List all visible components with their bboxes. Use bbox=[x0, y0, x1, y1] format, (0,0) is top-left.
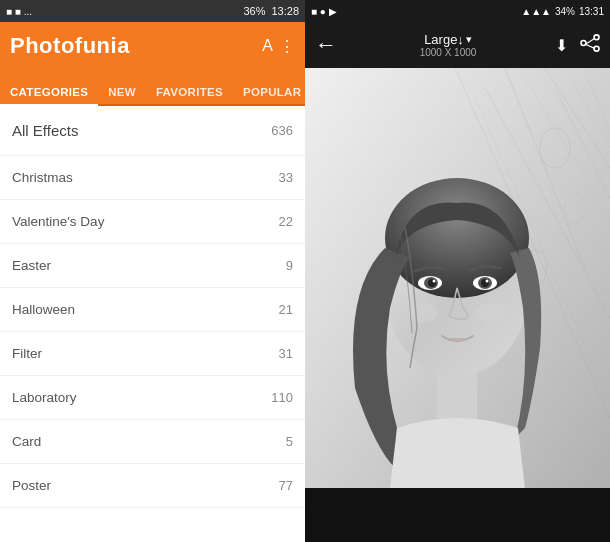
share-icon[interactable] bbox=[580, 34, 600, 57]
svg-point-31 bbox=[408, 303, 438, 323]
category-list: All Effects 636 Christmas 33 Valentine's… bbox=[0, 106, 305, 542]
category-laboratory[interactable]: Laboratory 110 bbox=[0, 376, 305, 420]
header-icons: A ⋮ bbox=[262, 37, 295, 56]
category-name-christmas: Christmas bbox=[12, 170, 73, 185]
category-easter[interactable]: Easter 9 bbox=[0, 244, 305, 288]
svg-point-32 bbox=[476, 303, 506, 323]
category-name-easter: Easter bbox=[12, 258, 51, 273]
svg-line-3 bbox=[586, 38, 595, 44]
category-count-filter: 31 bbox=[279, 346, 293, 361]
category-valentines[interactable]: Valentine's Day 22 bbox=[0, 200, 305, 244]
category-card[interactable]: Card 5 bbox=[0, 420, 305, 464]
status-bar-right: ■ ● ▶ ▲▲▲ 34% 13:31 bbox=[305, 0, 610, 22]
category-name-laboratory: Laboratory bbox=[12, 390, 77, 405]
category-all-effects[interactable]: All Effects 636 bbox=[0, 106, 305, 156]
status-bar-left: ■ ■ ... 36% 13:28 bbox=[0, 0, 305, 22]
left-panel: ■ ■ ... 36% 13:28 Photofunia A ⋮ CATEGOR… bbox=[0, 0, 305, 542]
status-right-info: ▲▲▲ 34% 13:31 bbox=[521, 6, 604, 17]
category-name-valentines: Valentine's Day bbox=[12, 214, 104, 229]
battery-right: 34% bbox=[555, 6, 575, 17]
category-poster[interactable]: Poster 77 bbox=[0, 464, 305, 508]
tab-categories[interactable]: CATEGORIES bbox=[0, 78, 98, 106]
category-christmas[interactable]: Christmas 33 bbox=[0, 156, 305, 200]
category-name-filter: Filter bbox=[12, 346, 42, 361]
right-panel: ■ ● ▶ ▲▲▲ 34% 13:31 ← Large↓ ▾ 1000 X 10… bbox=[305, 0, 610, 542]
category-count-card: 5 bbox=[286, 434, 293, 449]
svg-point-2 bbox=[594, 46, 599, 51]
tab-favorites[interactable]: FAVORITES bbox=[146, 78, 233, 104]
category-count-valentines: 22 bbox=[279, 214, 293, 229]
image-toolbar: ← Large↓ ▾ 1000 X 1000 ⬇ bbox=[305, 22, 610, 68]
account-icon[interactable]: A bbox=[262, 37, 273, 55]
tab-popular[interactable]: POPULAR bbox=[233, 78, 305, 104]
portrait-image bbox=[305, 68, 610, 488]
category-count-all: 636 bbox=[271, 123, 293, 138]
signal-icons: ▲▲▲ bbox=[521, 6, 551, 17]
svg-line-4 bbox=[586, 44, 595, 48]
time-left: 13:28 bbox=[271, 5, 299, 17]
notification-icons: ■ ■ ... bbox=[6, 6, 32, 17]
svg-point-1 bbox=[581, 40, 586, 45]
back-button[interactable]: ← bbox=[315, 32, 337, 58]
category-count-halloween: 21 bbox=[279, 302, 293, 317]
bottom-bar bbox=[305, 488, 610, 542]
size-label: Large↓ ▾ bbox=[424, 32, 472, 47]
svg-point-30 bbox=[486, 280, 489, 283]
category-name-poster: Poster bbox=[12, 478, 51, 493]
notification-icons-right: ■ ● ▶ bbox=[311, 6, 337, 17]
category-filter[interactable]: Filter 31 bbox=[0, 332, 305, 376]
chevron-down-icon: ▾ bbox=[466, 33, 472, 46]
download-icon[interactable]: ⬇ bbox=[555, 36, 568, 55]
svg-point-0 bbox=[594, 34, 599, 39]
category-name-card: Card bbox=[12, 434, 41, 449]
app-header: Photofunia A ⋮ bbox=[0, 22, 305, 70]
tab-new[interactable]: NEW bbox=[98, 78, 146, 104]
size-dimensions: 1000 X 1000 bbox=[420, 47, 477, 58]
svg-point-26 bbox=[433, 280, 436, 283]
category-count-easter: 9 bbox=[286, 258, 293, 273]
app-title: Photofunia bbox=[10, 33, 130, 59]
battery-left: 36% bbox=[243, 5, 265, 17]
category-count-christmas: 33 bbox=[279, 170, 293, 185]
size-info: Large↓ ▾ 1000 X 1000 bbox=[341, 32, 555, 58]
time-right: 13:31 bbox=[579, 6, 604, 17]
category-halloween[interactable]: Halloween 21 bbox=[0, 288, 305, 332]
category-count-laboratory: 110 bbox=[271, 390, 293, 405]
category-name-halloween: Halloween bbox=[12, 302, 75, 317]
category-count-poster: 77 bbox=[279, 478, 293, 493]
status-icons-right: ■ ● ▶ bbox=[311, 6, 337, 17]
category-name-all: All Effects bbox=[12, 122, 78, 139]
nav-tabs: CATEGORIES NEW FAVORITES POPULAR bbox=[0, 70, 305, 106]
toolbar-actions: ⬇ bbox=[555, 34, 600, 57]
menu-icon[interactable]: ⋮ bbox=[279, 37, 295, 56]
status-icons-left: ■ ■ ... bbox=[6, 6, 32, 17]
